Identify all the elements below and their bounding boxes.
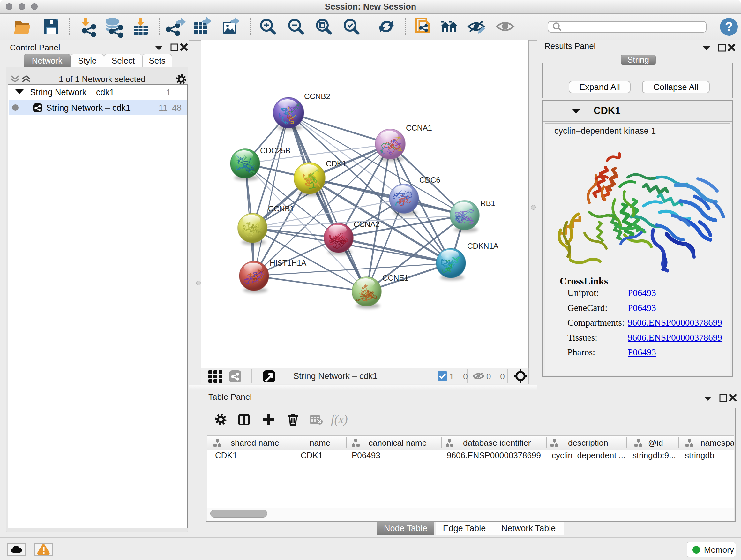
svg-text:CCNB2: CCNB2 xyxy=(304,92,330,101)
svg-text:CDC25B: CDC25B xyxy=(260,146,290,155)
svg-text:f(x): f(x) xyxy=(331,413,348,426)
svg-text:CDKN1A: CDKN1A xyxy=(467,242,499,250)
svg-text:RB1: RB1 xyxy=(480,199,495,207)
svg-text:CCNB1: CCNB1 xyxy=(268,204,294,213)
svg-text:database identifier: database identifier xyxy=(463,438,531,448)
svg-text:CCNA1: CCNA1 xyxy=(406,124,432,132)
svg-text:canonical name: canonical name xyxy=(368,438,427,448)
svg-text:CDC6: CDC6 xyxy=(419,176,441,184)
svg-text:?: ? xyxy=(725,19,733,34)
svg-text:shared name: shared name xyxy=(231,438,279,448)
svg-text:CDK1: CDK1 xyxy=(326,159,346,168)
svg-text:HIST1H1A: HIST1H1A xyxy=(270,259,307,267)
svg-text:CCNA2: CCNA2 xyxy=(354,220,380,229)
svg-text:description: description xyxy=(568,438,608,448)
svg-text:namespace: namespace xyxy=(700,438,734,448)
svg-text:@id: @id xyxy=(648,438,663,448)
svg-text:name: name xyxy=(310,438,330,448)
svg-text:CCNE1: CCNE1 xyxy=(382,273,408,282)
